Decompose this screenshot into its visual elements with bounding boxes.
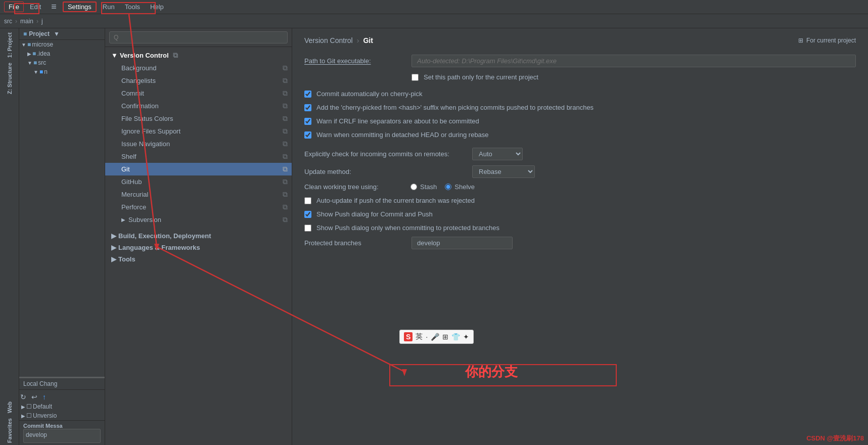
clean-row: Clean working tree using: Stash Shelve [304,183,856,191]
clean-shelve-option[interactable]: Shelve [445,183,475,191]
folder-icon-n: ■ [39,68,43,75]
settings-group-version-control[interactable]: ▼ Version Control ⧉ [105,49,292,62]
settings-search-input[interactable] [109,31,288,43]
commit-msg-value[interactable]: develop [23,429,101,443]
menu-help[interactable]: Help [146,2,168,12]
menu-run[interactable]: Run [99,2,119,12]
update-select[interactable]: Rebase Merge Branch Default [472,165,535,178]
auto-update-checkbox[interactable] [304,197,311,204]
tree-root[interactable]: ▼ ■ microse [19,40,105,49]
local-changes-label: Local Chang [19,378,105,390]
settings-label-mercurial: Mercurial [121,191,148,198]
folder-icon-header: ■ [23,30,27,37]
settings-item-background[interactable]: Background ⧉ [105,62,292,74]
settings-item-commit[interactable]: Commit ⧉ [105,87,292,100]
local-changes-section: Local Chang ↻ ↩ ↑ ▶ ☐ Default ▶ ☐ Unvers… [19,377,105,420]
settings-item-perforce[interactable]: Perforce ⧉ [105,201,292,213]
protected-branches-label: Protected branches [304,239,405,247]
incoming-select[interactable]: Auto Always Never [472,148,523,160]
settings-item-file-status[interactable]: File Status Colors ⧉ [105,112,292,125]
checkbox-3[interactable] [304,131,311,139]
vc-expand-triangle: ▼ [111,52,118,59]
set-path-checkbox[interactable] [412,74,419,81]
settings-item-shelf[interactable]: Shelf ⧉ [105,150,292,163]
lang-group-label: Languages & Frameworks [118,244,200,251]
tree-root-label: microse [32,41,53,48]
unversioned-item[interactable]: ▶ ☐ Unversio [19,411,105,420]
vc-copy-icon: ⧉ [173,51,178,60]
settings-item-subversion[interactable]: ▶ Subversion ⧉ [105,213,292,226]
folder-icon-src: ■ [33,59,37,66]
clean-stash-option[interactable]: Stash [410,183,437,191]
clean-stash-label: Stash [420,183,437,191]
settings-label-background: Background [121,64,156,72]
breadcrumb-item-j[interactable]: j [41,18,43,25]
rollback-btn[interactable]: ↩ [30,392,38,402]
checkbox-default[interactable]: ☐ [26,403,32,410]
show-push-protected-checkbox[interactable] [304,225,311,232]
checkbox-unversioned[interactable]: ☐ [26,412,32,419]
default-label: Default [33,403,52,410]
refresh-btn[interactable]: ↻ [19,392,27,402]
tree-idea-label: .idea [37,50,50,57]
protected-branches-input[interactable] [412,237,513,249]
copy-commit: ⧉ [283,89,288,98]
content-breadcrumb-git: Git [363,36,373,45]
checkbox-1[interactable] [304,104,311,111]
sidebar-tab-project[interactable]: 1: Project [6,30,14,60]
settings-item-issue-nav[interactable]: Issue Navigation ⧉ [105,138,292,150]
content-breadcrumb-vc: Version Control [304,36,353,45]
content-header: Version Control › Git ⊞ For current proj… [304,36,856,45]
settings-item-changelists[interactable]: Changelists ⧉ [105,74,292,87]
clean-stash-radio[interactable] [410,184,417,190]
menu-tools[interactable]: Tools [121,2,144,12]
checkbox-row-1: Add the 'cherry-picked from <hash>' suff… [304,103,856,112]
sidebar-tab-structure[interactable]: Z: Structure [6,61,14,96]
update-btn[interactable]: ↑ [41,392,47,402]
clean-shelve-radio[interactable] [445,184,451,190]
tree-idea[interactable]: ▶ ■ .idea [19,49,105,58]
menu-settings[interactable]: Settings [63,2,97,12]
tree-idea-triangle: ▶ [27,51,31,57]
default-triangle: ▶ [21,404,25,410]
settings-item-ignore[interactable]: Ignore Files Support ⧉ [105,125,292,138]
project-tree-header: ■ Project ▼ [19,28,105,40]
settings-item-mercurial[interactable]: Mercurial ⧉ [105,188,292,201]
breadcrumb-item-main[interactable]: main [20,18,33,25]
folder-icon-root: ■ [27,41,31,48]
default-changelist[interactable]: ▶ ☐ Default [19,402,105,411]
settings-group-build[interactable]: ▶ Build, Execution, Deployment [105,230,292,242]
settings-item-github[interactable]: GitHub ⧉ [105,175,292,188]
copy-issue-nav: ⧉ [283,140,288,148]
checkbox-0[interactable] [304,91,311,98]
path-input[interactable] [412,55,856,67]
breadcrumb-item-src[interactable]: src [4,18,12,25]
copy-file-status: ⧉ [283,114,288,123]
tree-src[interactable]: ▼ ■ src [19,58,105,67]
sidebar-tab-web[interactable]: Web [6,399,14,415]
show-push-row: Show Push dialog for Commit and Push [304,209,856,219]
copy-git: ⧉ [283,165,288,173]
menu-bar: File Edit ≡ Settings Run Tools Help [0,0,868,14]
settings-item-git[interactable]: Git ⧉ [105,163,292,175]
sogou-popup: S 英 · 🎤 ⊞ 👕 ✦ [399,330,474,344]
menu-edit[interactable]: Edit [26,2,45,12]
show-push-checkbox[interactable] [304,211,311,218]
vc-group-label: Version Control [120,52,169,59]
settings-item-confirmation[interactable]: Confirmation ⧉ [105,100,292,112]
sidebar-tab-favorites[interactable]: Favorites [6,416,14,445]
settings-group-tools[interactable]: ▶ Tools [105,253,292,265]
set-path-row: Set this path only for the current proje… [412,72,856,82]
checkbox-2[interactable] [304,118,311,125]
show-push-protected-label: Show Push dialog only when committing to… [316,224,499,232]
settings-label-confirmation: Confirmation [121,102,159,110]
menu-view[interactable]: ≡ [47,1,61,13]
settings-label-ignore: Ignore Files Support [121,127,180,135]
tree-n[interactable]: ▼ ■ n [19,67,105,76]
sogou-text: 英 [416,332,423,341]
menu-file[interactable]: File [4,2,24,12]
project-dropdown-icon[interactable]: ▼ [54,30,60,37]
commit-message-section: Commit Messa develop [19,420,105,445]
settings-group-languages[interactable]: ▶ Languages & Frameworks [105,242,292,253]
tree-n-triangle: ▼ [33,69,38,75]
